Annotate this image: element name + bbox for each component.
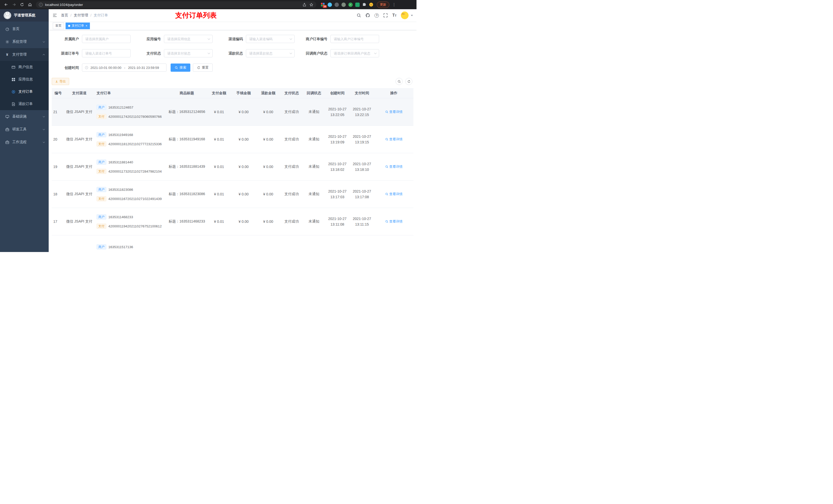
export-button[interactable]: 导出 [52, 78, 69, 85]
extension-colorful-icon[interactable]: 10 [320, 2, 325, 7]
cell-pay-time: 2021-10-2713:17:08 [350, 181, 374, 208]
forward-icon[interactable] [10, 1, 18, 8]
pay-status-select[interactable] [164, 49, 213, 57]
date-end[interactable]: 2021-10-31 23:59:59 [128, 66, 159, 70]
column-header: 操作 [374, 88, 413, 98]
sidebar-item-home[interactable]: 首页 [0, 23, 49, 35]
refresh-table-button[interactable] [405, 78, 412, 85]
extension-green-chat-icon[interactable] [355, 2, 360, 7]
filter-label: 退款状态 [216, 49, 246, 57]
sidebar-item-payment[interactable]: ¥ 支付管理 [0, 48, 49, 61]
sidebar-logo[interactable]: 芋道管理系统 [0, 9, 49, 22]
share-icon[interactable] [303, 3, 306, 7]
merchant-order-no: 1635311468233 [109, 215, 133, 219]
sidebar-item-workflow[interactable]: 工作流程 [0, 136, 49, 148]
notify-status-select[interactable] [330, 49, 379, 57]
help-icon[interactable]: ? [375, 13, 379, 18]
filter-label: 渠道订单号 [52, 49, 82, 57]
tab-pay-order[interactable]: 支付订单 × [66, 23, 90, 29]
cell-id [52, 235, 65, 252]
breadcrumb-payment[interactable]: 支付管理 [74, 13, 88, 18]
cell-title: 标题：1635311881439 [167, 153, 207, 180]
cell-amount: ¥ 0.01 [207, 98, 231, 125]
profile-avatar[interactable] [369, 2, 374, 7]
home-icon[interactable] [26, 1, 33, 8]
merchant-order-no-input[interactable] [330, 35, 379, 43]
channel-code-select[interactable] [246, 35, 294, 43]
sidebar-item-infra[interactable]: 基础设施 [0, 110, 49, 123]
cell-status: 支付成功 [281, 153, 303, 180]
cell-channel: 微信 JSAPI 支付 [65, 98, 94, 125]
merchant-input[interactable] [82, 35, 130, 43]
chevron-down-icon [43, 128, 45, 130]
sidebar-item-app-info[interactable]: 应用信息 [0, 73, 49, 86]
extension-gray-icon[interactable] [341, 2, 346, 7]
toolbox-icon [5, 127, 9, 131]
date-start[interactable]: 2021-10-01 00:00:00 [90, 66, 121, 70]
breadcrumb-home[interactable]: 首页 [61, 13, 68, 18]
view-detail-link[interactable]: 查看详情 [385, 192, 403, 196]
fullscreen-icon[interactable] [383, 13, 388, 18]
cell-id: 19 [52, 153, 65, 180]
cell-title: 标题：1635311949168 [167, 126, 207, 153]
refund-status-select[interactable] [246, 49, 294, 57]
cell-id: 18 [52, 181, 65, 208]
pay-tag: 支付 [97, 114, 106, 119]
toggle-search-button[interactable] [396, 78, 403, 85]
back-icon[interactable] [3, 1, 9, 8]
channel-order-no-input[interactable] [82, 49, 130, 57]
extension-blue-icon[interactable] [327, 2, 332, 7]
sidebar-item-refund-order[interactable]: 退款订单 [0, 98, 49, 110]
column-header: 手续金额 [231, 88, 256, 98]
sidebar-item-merchant-info[interactable]: 商户信息 [0, 61, 49, 73]
table-settings [396, 78, 412, 85]
yen-icon: ¥ [5, 52, 9, 56]
merchant-order-no: 1635311823086 [109, 188, 133, 192]
address-bar[interactable]: i localhost:1024/pay/order [36, 1, 316, 8]
date-range-input[interactable]: 2021-10-01 00:00:00 - 2021-10-31 23:59:5… [82, 64, 166, 72]
github-icon[interactable] [365, 13, 370, 18]
app-select[interactable] [164, 35, 213, 43]
tab-home[interactable]: 首页 [53, 23, 64, 29]
chevron-up-icon [43, 54, 45, 56]
column-header: 支付金额 [207, 88, 231, 98]
cell-notify: 未通知 [303, 153, 325, 180]
breadcrumb: 首页 / 支付管理 / 支付订单 [61, 13, 108, 18]
view-detail-link[interactable]: 查看详情 [385, 137, 403, 142]
magnifier-icon [385, 193, 388, 196]
extension-dark-icon[interactable] [334, 2, 339, 7]
star-icon[interactable] [309, 3, 313, 7]
sidebar-item-pay-order[interactable]: 支付订单 [0, 86, 49, 98]
column-header: 商品标题 [167, 88, 207, 98]
filter-label: 回调商户状态 [298, 49, 330, 57]
magnifier-icon [385, 220, 388, 223]
tab-active-dot [68, 25, 70, 27]
reset-button[interactable]: 重置 [193, 64, 213, 72]
fontsize-icon[interactable]: TT [392, 13, 397, 18]
search-button[interactable]: 搜索 [171, 64, 190, 72]
table-row: 20 微信 JSAPI 支付 商户 1635311949168 支付 42000… [52, 126, 413, 153]
extension-green-check-icon[interactable]: ✓ [348, 2, 353, 7]
sidebar-item-devtools[interactable]: 研发工具 [0, 123, 49, 136]
update-button[interactable]: 更新 [377, 2, 389, 8]
extensions-puzzle-icon[interactable] [362, 2, 366, 7]
view-detail-link[interactable]: 查看详情 [385, 219, 403, 224]
refresh-icon[interactable] [19, 1, 25, 8]
user-avatar[interactable] [401, 11, 409, 19]
filter-label: 支付状态 [134, 49, 164, 57]
view-detail-link[interactable]: 查看详情 [385, 110, 403, 114]
sidebar-item-system[interactable]: 系统管理 [0, 35, 49, 48]
cell-amount: ¥ 0.01 [207, 181, 231, 208]
filter-refund-status: 退款状态 [216, 49, 298, 57]
hamburger-icon[interactable] [49, 13, 61, 18]
cell-fee: ¥ 0.00 [231, 98, 256, 125]
filter-merchant: 所属商户 [52, 35, 134, 43]
info-icon[interactable]: i [39, 3, 43, 7]
view-detail-link[interactable]: 查看详情 [385, 164, 403, 169]
search-icon[interactable] [357, 13, 361, 18]
magnifier-icon [385, 165, 388, 168]
chevron-down-icon[interactable] [411, 15, 413, 16]
url-text[interactable]: localhost:1024/pay/order [45, 3, 83, 7]
browser-menu-icon[interactable]: ⋮ [392, 2, 397, 7]
close-icon[interactable]: × [86, 24, 87, 27]
